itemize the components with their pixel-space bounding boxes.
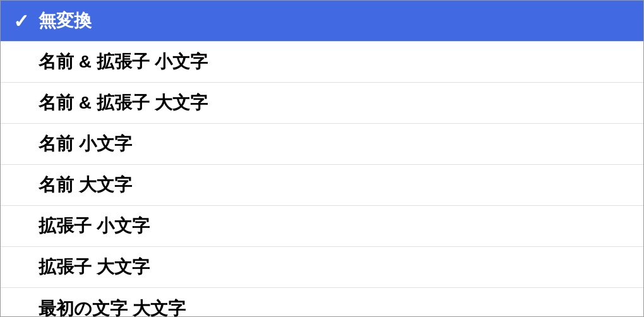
menu-item-ext-lower[interactable]: 拡張子 小文字 bbox=[1, 206, 643, 247]
menu-item-label: 名前 & 拡張子 大文字 bbox=[39, 91, 631, 115]
menu-item-name-ext-upper[interactable]: 名前 & 拡張子 大文字 bbox=[1, 83, 643, 124]
menu-item-label: 無変換 bbox=[39, 9, 631, 33]
checkmark-icon: ✓ bbox=[13, 10, 36, 32]
menu-item-label: 名前 大文字 bbox=[39, 173, 631, 197]
menu-item-label: 拡張子 小文字 bbox=[39, 214, 631, 238]
menu-item-name-lower[interactable]: 名前 小文字 bbox=[1, 124, 643, 165]
menu-item-muhenkan[interactable]: ✓無変換 bbox=[1, 1, 643, 42]
menu-item-label: 名前 小文字 bbox=[39, 132, 631, 156]
menu-item-name-ext-lower[interactable]: 名前 & 拡張子 小文字 bbox=[1, 42, 643, 83]
menu-item-name-upper[interactable]: 名前 大文字 bbox=[1, 165, 643, 206]
menu-item-label: 拡張子 大文字 bbox=[39, 255, 631, 279]
menu-item-label: 名前 & 拡張子 小文字 bbox=[39, 50, 631, 74]
menu-item-label: 最初の文字 大文字 bbox=[39, 297, 631, 318]
dropdown-menu: ✓無変換名前 & 拡張子 小文字名前 & 拡張子 大文字名前 小文字名前 大文字… bbox=[0, 0, 644, 317]
menu-item-first-char-upper[interactable]: 最初の文字 大文字 bbox=[1, 288, 643, 317]
menu-item-ext-upper[interactable]: 拡張子 大文字 bbox=[1, 247, 643, 288]
